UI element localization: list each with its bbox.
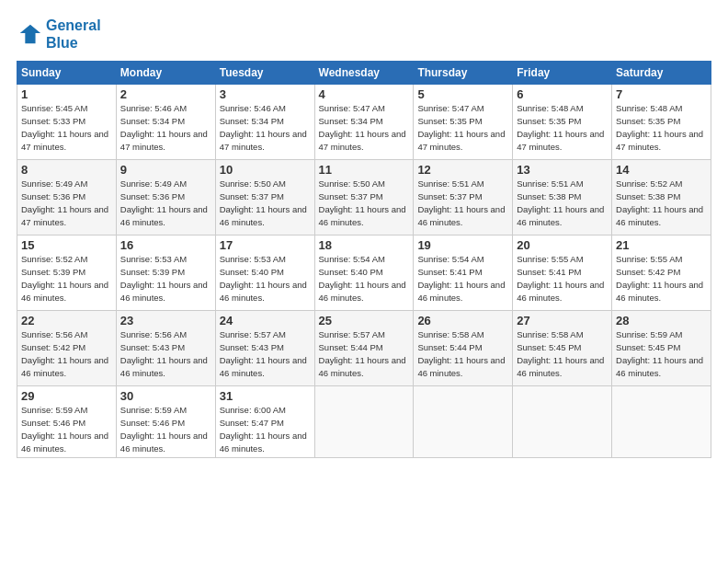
day-number: 8 (21, 163, 112, 177)
day-info: Sunrise: 5:48 AMSunset: 5:35 PMDaylight:… (616, 102, 707, 153)
day-info: Sunrise: 5:52 AMSunset: 5:38 PMDaylight:… (616, 178, 707, 228)
day-number: 18 (319, 238, 410, 252)
day-number: 15 (21, 238, 112, 252)
calendar-cell: 14 Sunrise: 5:52 AMSunset: 5:38 PMDaylig… (612, 160, 711, 236)
calendar-cell: 19 Sunrise: 5:54 AMSunset: 5:41 PMDaylig… (414, 236, 513, 311)
day-info: Sunrise: 5:59 AMSunset: 5:46 PMDaylight:… (21, 404, 112, 454)
day-info: Sunrise: 5:54 AMSunset: 5:40 PMDaylight:… (319, 253, 410, 304)
day-info: Sunrise: 5:57 AMSunset: 5:44 PMDaylight:… (319, 328, 410, 379)
day-info: Sunrise: 5:59 AMSunset: 5:46 PMDaylight:… (120, 404, 211, 454)
page-container: General Blue SundayMondayTuesdayWednesda… (0, 0, 728, 467)
day-number: 1 (21, 87, 112, 101)
day-number: 4 (319, 87, 410, 101)
day-info: Sunrise: 5:51 AMSunset: 5:37 PMDaylight:… (417, 178, 508, 228)
calendar-cell: 7 Sunrise: 5:48 AMSunset: 5:35 PMDayligh… (612, 85, 711, 160)
calendar-cell: 20 Sunrise: 5:55 AMSunset: 5:41 PMDaylig… (513, 236, 612, 311)
weekday-header-sunday: Sunday (17, 62, 117, 85)
calendar-week-2: 8 Sunrise: 5:49 AMSunset: 5:36 PMDayligh… (17, 160, 711, 236)
calendar-cell: 3 Sunrise: 5:46 AMSunset: 5:34 PMDayligh… (215, 85, 314, 160)
day-info: Sunrise: 5:53 AMSunset: 5:40 PMDaylight:… (220, 253, 311, 304)
calendar-cell: 30 Sunrise: 5:59 AMSunset: 5:46 PMDaylig… (116, 386, 215, 458)
calendar-cell: 28 Sunrise: 5:59 AMSunset: 5:45 PMDaylig… (612, 311, 711, 386)
day-number: 10 (220, 163, 311, 177)
calendar-cell: 8 Sunrise: 5:49 AMSunset: 5:36 PMDayligh… (17, 160, 117, 236)
day-info: Sunrise: 5:52 AMSunset: 5:39 PMDaylight:… (21, 253, 112, 304)
day-number: 14 (616, 163, 707, 177)
day-info: Sunrise: 5:45 AMSunset: 5:33 PMDaylight:… (21, 102, 112, 153)
calendar-cell: 23 Sunrise: 5:56 AMSunset: 5:43 PMDaylig… (116, 311, 215, 386)
calendar-cell (314, 386, 414, 458)
day-info: Sunrise: 5:49 AMSunset: 5:36 PMDaylight:… (120, 178, 211, 228)
day-number: 22 (21, 314, 112, 327)
day-number: 30 (120, 389, 211, 403)
day-info: Sunrise: 5:58 AMSunset: 5:44 PMDaylight:… (417, 328, 508, 379)
day-info: Sunrise: 5:46 AMSunset: 5:34 PMDaylight:… (120, 102, 211, 153)
weekday-header-tuesday: Tuesday (215, 62, 314, 85)
day-info: Sunrise: 5:57 AMSunset: 5:43 PMDaylight:… (220, 328, 311, 379)
day-number: 21 (616, 238, 707, 252)
weekday-header-row: SundayMondayTuesdayWednesdayThursdayFrid… (17, 62, 711, 85)
logo-icon (17, 21, 42, 47)
calendar-cell: 18 Sunrise: 5:54 AMSunset: 5:40 PMDaylig… (314, 236, 414, 311)
calendar-cell (612, 386, 711, 458)
calendar-cell (414, 386, 513, 458)
calendar-cell: 26 Sunrise: 5:58 AMSunset: 5:44 PMDaylig… (414, 311, 513, 386)
weekday-header-saturday: Saturday (612, 62, 711, 85)
day-info: Sunrise: 5:53 AMSunset: 5:39 PMDaylight:… (120, 253, 211, 304)
calendar-cell: 13 Sunrise: 5:51 AMSunset: 5:38 PMDaylig… (513, 160, 612, 236)
day-info: Sunrise: 5:54 AMSunset: 5:41 PMDaylight:… (417, 253, 508, 304)
day-number: 11 (319, 163, 410, 177)
svg-marker-0 (20, 25, 40, 44)
day-info: Sunrise: 5:55 AMSunset: 5:41 PMDaylight:… (517, 253, 608, 304)
logo-blue-text: Blue (46, 35, 78, 51)
calendar-cell: 21 Sunrise: 5:55 AMSunset: 5:42 PMDaylig… (612, 236, 711, 311)
calendar-cell: 27 Sunrise: 5:58 AMSunset: 5:45 PMDaylig… (513, 311, 612, 386)
day-info: Sunrise: 5:56 AMSunset: 5:43 PMDaylight:… (120, 328, 211, 379)
calendar-cell: 5 Sunrise: 5:47 AMSunset: 5:35 PMDayligh… (414, 85, 513, 160)
day-number: 5 (417, 87, 508, 101)
weekday-header-friday: Friday (513, 62, 612, 85)
calendar-cell: 25 Sunrise: 5:57 AMSunset: 5:44 PMDaylig… (314, 311, 414, 386)
day-info: Sunrise: 5:50 AMSunset: 5:37 PMDaylight:… (319, 178, 410, 228)
day-info: Sunrise: 5:47 AMSunset: 5:35 PMDaylight:… (417, 102, 508, 153)
logo-general: General (46, 17, 101, 33)
day-number: 23 (120, 314, 211, 327)
day-info: Sunrise: 6:00 AMSunset: 5:47 PMDaylight:… (220, 404, 311, 454)
calendar-week-1: 1 Sunrise: 5:45 AMSunset: 5:33 PMDayligh… (17, 85, 711, 160)
calendar-cell: 24 Sunrise: 5:57 AMSunset: 5:43 PMDaylig… (215, 311, 314, 386)
day-info: Sunrise: 5:56 AMSunset: 5:42 PMDaylight:… (21, 328, 112, 379)
day-number: 2 (120, 87, 211, 101)
calendar-cell (513, 386, 612, 458)
header: General Blue (17, 17, 711, 52)
day-number: 24 (220, 314, 311, 327)
calendar-cell: 10 Sunrise: 5:50 AMSunset: 5:37 PMDaylig… (215, 160, 314, 236)
calendar-cell: 15 Sunrise: 5:52 AMSunset: 5:39 PMDaylig… (17, 236, 117, 311)
day-info: Sunrise: 5:50 AMSunset: 5:37 PMDaylight:… (220, 178, 311, 228)
calendar-cell: 11 Sunrise: 5:50 AMSunset: 5:37 PMDaylig… (314, 160, 414, 236)
calendar-week-3: 15 Sunrise: 5:52 AMSunset: 5:39 PMDaylig… (17, 236, 711, 311)
day-number: 13 (517, 163, 608, 177)
calendar-week-5: 29 Sunrise: 5:59 AMSunset: 5:46 PMDaylig… (17, 386, 711, 458)
calendar-table: SundayMondayTuesdayWednesdayThursdayFrid… (17, 61, 711, 458)
day-number: 7 (616, 87, 707, 101)
calendar-cell: 2 Sunrise: 5:46 AMSunset: 5:34 PMDayligh… (116, 85, 215, 160)
weekday-header-wednesday: Wednesday (314, 62, 414, 85)
calendar-cell: 4 Sunrise: 5:47 AMSunset: 5:34 PMDayligh… (314, 85, 414, 160)
calendar-cell: 31 Sunrise: 6:00 AMSunset: 5:47 PMDaylig… (215, 386, 314, 458)
calendar-cell: 9 Sunrise: 5:49 AMSunset: 5:36 PMDayligh… (116, 160, 215, 236)
weekday-header-thursday: Thursday (414, 62, 513, 85)
day-number: 27 (517, 314, 608, 327)
day-number: 29 (21, 389, 112, 403)
weekday-header-monday: Monday (116, 62, 215, 85)
day-info: Sunrise: 5:58 AMSunset: 5:45 PMDaylight:… (517, 328, 608, 379)
calendar-week-4: 22 Sunrise: 5:56 AMSunset: 5:42 PMDaylig… (17, 311, 711, 386)
logo-text: General Blue (46, 17, 101, 52)
calendar-cell: 6 Sunrise: 5:48 AMSunset: 5:35 PMDayligh… (513, 85, 612, 160)
day-info: Sunrise: 5:55 AMSunset: 5:42 PMDaylight:… (616, 253, 707, 304)
day-number: 31 (220, 389, 311, 403)
day-info: Sunrise: 5:47 AMSunset: 5:34 PMDaylight:… (319, 102, 410, 153)
calendar-cell: 17 Sunrise: 5:53 AMSunset: 5:40 PMDaylig… (215, 236, 314, 311)
day-number: 19 (417, 238, 508, 252)
calendar-cell: 16 Sunrise: 5:53 AMSunset: 5:39 PMDaylig… (116, 236, 215, 311)
calendar-cell: 29 Sunrise: 5:59 AMSunset: 5:46 PMDaylig… (17, 386, 117, 458)
